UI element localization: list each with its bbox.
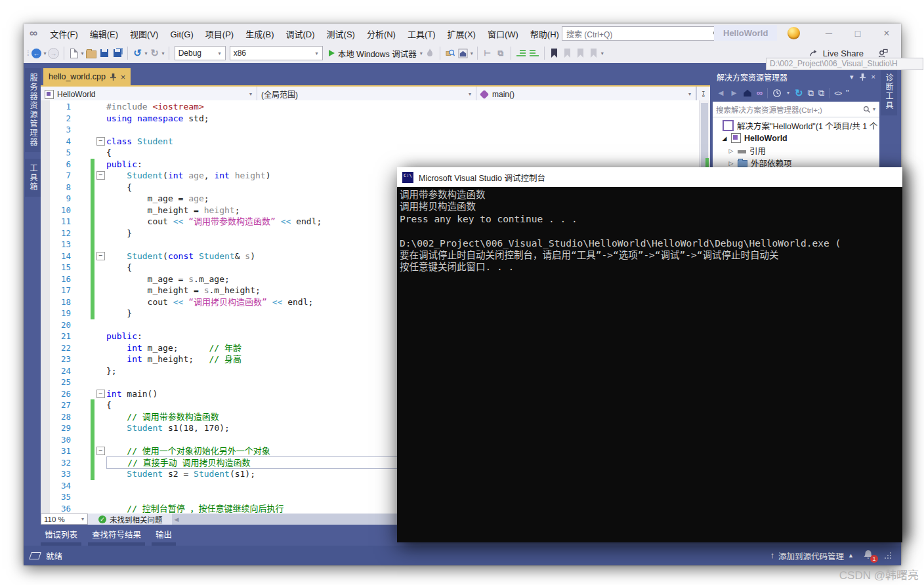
bottom-tab-查找符号结果[interactable]: 查找符号结果	[88, 525, 145, 548]
fold-margin[interactable]: −	[94, 136, 106, 148]
find-in-files-button[interactable]	[444, 46, 457, 60]
menu-item[interactable]: 视图(V)	[124, 27, 164, 42]
collapse-all-icon[interactable]: ⧉	[808, 88, 814, 98]
switch-views-icon[interactable]: ∞	[757, 88, 763, 98]
menu-item[interactable]: 工具(T)	[402, 27, 442, 42]
account-badge[interactable]: HelloWorld	[714, 25, 777, 41]
add-to-source-control-button[interactable]: ↑ 添加到源代码管理 ▲	[770, 550, 854, 562]
properties-icon[interactable]: ⧉	[818, 88, 824, 98]
prev-bookmark-icon[interactable]	[561, 46, 574, 60]
solution-search-input[interactable]: 搜索解决方案资源管理器(Ctrl+;) ▾	[713, 102, 879, 117]
pin-icon[interactable]	[860, 73, 866, 81]
side-tab[interactable]: 诊断工具	[881, 68, 897, 115]
notifications-button[interactable]: 1	[863, 550, 875, 561]
redo-button[interactable]: ↻	[148, 46, 161, 60]
fold-margin[interactable]: −	[94, 445, 106, 457]
tree-item--[interactable]: ▷引用	[713, 144, 879, 157]
back-icon[interactable]: ◄	[717, 88, 725, 98]
home-button[interactable]	[457, 46, 470, 60]
fold-margin[interactable]: −	[94, 170, 106, 182]
console-title-bar[interactable]: C:\ Microsoft Visual Studio 调试控制台	[397, 167, 902, 187]
maximize-button[interactable]: □	[843, 24, 872, 43]
bottom-tab-错误列表[interactable]: 错误列表	[41, 525, 81, 548]
navigate-back-dropdown[interactable]: ▾	[44, 50, 47, 56]
redo-dropdown[interactable]: ▾	[162, 50, 165, 56]
expander-icon[interactable]: ◢	[721, 135, 728, 142]
home-dropdown[interactable]: ▾	[471, 50, 473, 56]
expander-icon[interactable]: ▷	[728, 160, 734, 167]
solution-explorer-sync-icon[interactable]: ⊢	[481, 46, 494, 60]
minimize-button[interactable]: ─	[814, 24, 843, 43]
side-tab[interactable]: 服务器资源管理器	[25, 68, 41, 152]
navigate-forward-button[interactable]: →	[47, 46, 60, 60]
nav-scope-select[interactable]: (全局范围)▾	[257, 87, 476, 102]
new-file-dropdown[interactable]: ▾	[81, 50, 84, 56]
nav-project-select[interactable]: HelloWorld▾	[41, 87, 257, 102]
menu-item[interactable]: 调试(D)	[280, 27, 321, 42]
navigate-back-button[interactable]: ←	[30, 46, 43, 60]
undo-dropdown[interactable]: ▾	[145, 50, 148, 56]
increase-indent-icon[interactable]	[528, 46, 541, 60]
next-bookmark-icon[interactable]	[574, 46, 587, 60]
pin-icon[interactable]	[110, 73, 116, 81]
start-debugging-button[interactable]: 本地 Windows 调试器 ▾	[325, 47, 423, 60]
clear-bookmarks-icon[interactable]	[587, 46, 600, 60]
tree-item-helloworld[interactable]: ◢HelloWorld	[713, 132, 879, 144]
panel-menu-dropdown[interactable]: ▾	[850, 73, 854, 81]
forward-icon[interactable]: ►	[730, 88, 738, 98]
collapse-region-icon[interactable]: −	[96, 171, 105, 180]
menu-item[interactable]: 扩展(X)	[442, 27, 482, 42]
code-line[interactable]: 4−class Student	[41, 136, 700, 148]
refresh-icon[interactable]: ↻	[795, 87, 803, 99]
tab-hello-world-cpp[interactable]: hello_world.cpp ×	[43, 68, 131, 85]
menu-item[interactable]: 文件(F)	[44, 27, 84, 42]
fold-margin[interactable]: −	[94, 388, 106, 400]
menu-item[interactable]: 帮助(H)	[524, 27, 565, 42]
code-line[interactable]: 2using namespace std;	[41, 113, 700, 125]
menu-item[interactable]: 分析(N)	[361, 27, 402, 42]
solution-configuration-select[interactable]: Debug▾	[175, 46, 226, 60]
expander-icon[interactable]: ▷	[728, 148, 734, 154]
filter-dropdown[interactable]: ▾	[787, 90, 789, 96]
close-panel-icon[interactable]: ×	[872, 73, 875, 81]
hot-reload-icon[interactable]	[423, 46, 436, 60]
bee-avatar-icon[interactable]	[788, 27, 800, 39]
menu-item[interactable]: Git(G)	[164, 27, 199, 42]
close-button[interactable]: ×	[872, 24, 901, 43]
fold-margin[interactable]: −	[94, 251, 106, 262]
document-health-indicator[interactable]: ✓ 未找到相关问题	[98, 514, 163, 525]
menu-item[interactable]: 编辑(E)	[84, 27, 124, 42]
resize-grip[interactable]	[884, 552, 892, 559]
view-code-icon[interactable]: <>	[834, 89, 841, 97]
save-all-button[interactable]	[111, 46, 124, 60]
split-editor-button[interactable]: ⫱	[696, 87, 710, 102]
menu-item[interactable]: 生成(B)	[240, 27, 280, 42]
home-icon[interactable]	[743, 89, 752, 97]
toggle-bookmark-icon[interactable]	[548, 46, 561, 60]
collapse-region-icon[interactable]: −	[96, 390, 105, 398]
zoom-level-select[interactable]: 110 %▾	[41, 514, 88, 525]
bottom-tab-输出[interactable]: 输出	[152, 525, 176, 548]
tree-item--helloworld-1-1-[interactable]: 解决方案"HelloWorld"(1 个项目/共 1 个	[713, 119, 879, 132]
open-file-button[interactable]	[85, 46, 98, 60]
pending-changes-filter-icon[interactable]	[772, 89, 782, 98]
code-line[interactable]: 1#include <iostream>	[41, 101, 700, 113]
nav-member-select[interactable]: main()▾	[476, 87, 696, 102]
close-tab-icon[interactable]: ×	[121, 72, 126, 82]
toolbar-grip[interactable]: ⁞⁞	[27, 50, 28, 57]
undo-button[interactable]: ↺	[131, 46, 144, 60]
menu-item[interactable]: 测试(S)	[321, 27, 361, 42]
toolbar-overflow-dropdown[interactable]: ▾	[601, 50, 604, 56]
side-tab[interactable]: 工具箱	[25, 159, 41, 197]
toolbar-overflow-icon[interactable]: "	[846, 88, 849, 98]
new-file-button[interactable]	[68, 46, 81, 60]
properties-window-icon[interactable]: ⧉	[494, 46, 507, 60]
debug-console-window[interactable]: C:\ Microsoft Visual Studio 调试控制台 调用带参数构…	[397, 167, 902, 540]
console-output[interactable]: 调用带参数构造函数调用拷贝构造函数Press any key to contin…	[397, 187, 902, 542]
decrease-indent-icon[interactable]	[514, 46, 528, 60]
code-line[interactable]: 5{	[41, 147, 700, 159]
collapse-region-icon[interactable]: −	[96, 252, 105, 260]
solution-platform-select[interactable]: x86▾	[230, 46, 323, 60]
menu-item[interactable]: 窗口(W)	[482, 27, 524, 42]
code-line[interactable]: 3	[41, 124, 700, 136]
